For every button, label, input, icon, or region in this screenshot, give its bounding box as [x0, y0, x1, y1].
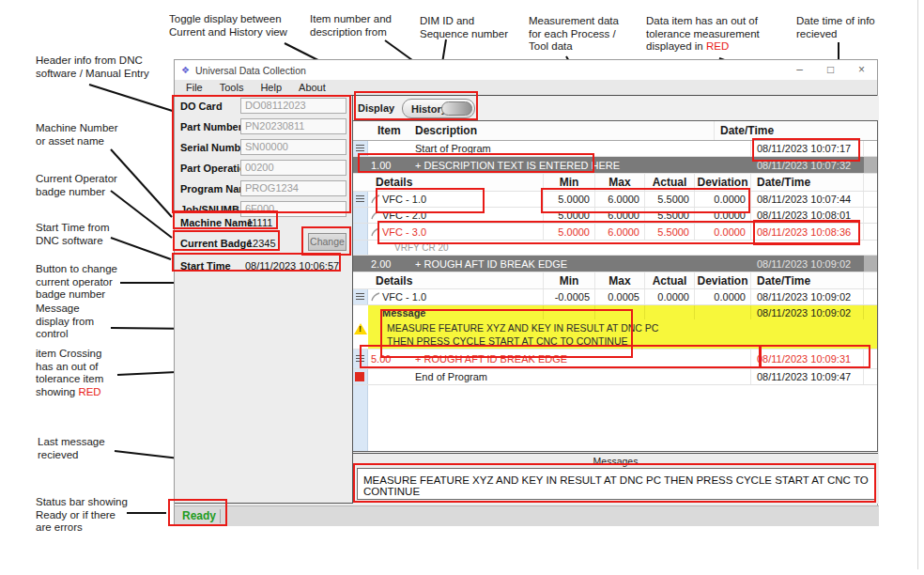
row-end-of-program[interactable]: End of Program 08/11/2023 10:09:47 [353, 369, 878, 385]
row-handle-icon[interactable] [356, 145, 364, 152]
detail-header-row: Details Min Max Actual Deviation Date/Ti… [353, 174, 878, 192]
last-message-box: MEASURE FEATURE XYZ AND KEY IN RESULT AT… [357, 468, 875, 500]
row-group-1[interactable]: 1.00 + DESCRIPTION TEXT IS ENTERED HERE … [353, 157, 878, 174]
edit-mark-icon [370, 291, 381, 303]
col-description: Description [408, 124, 714, 137]
start-time-row: Start Time 08/11/2023 10:06:57 [175, 257, 351, 276]
field-do-card: DO Card DO08112023 [175, 98, 351, 117]
field-label: DO Card [180, 101, 223, 112]
stop-square-icon [355, 372, 364, 381]
annotation-start-time: Start Time fromDNC software [36, 222, 110, 247]
col-datetime: Date/Time [714, 121, 878, 140]
row-vrfy-note: VRFY CR 20 [353, 241, 878, 256]
program-name-input[interactable]: PROG1234 [240, 180, 346, 196]
maximize-icon[interactable]: □ [815, 60, 846, 80]
detail-header-row: Details Min Max Actual Deviation Date/Ti… [353, 272, 878, 289]
status-bar: Ready [175, 505, 879, 526]
annotation-item-crossing: item Crossinghas an out oftolerance item… [36, 348, 103, 398]
do-card-input[interactable]: DO08112023 [240, 98, 346, 114]
title-bar: ❖ Universal Data Collection – □ × [175, 60, 877, 80]
annotation-message-display: Messagedisplay fromcontrol [36, 303, 94, 341]
row-handle-icon[interactable] [356, 293, 364, 301]
annotation-status-bar: Status bar showingReady or if thereare e… [36, 496, 128, 535]
menu-tools[interactable]: Tools [220, 82, 244, 93]
row-handle-icon[interactable] [356, 355, 364, 363]
machine-name-label: Machine Name [180, 217, 253, 228]
start-time-label: Start Time [180, 260, 231, 272]
part-number-input[interactable]: PN20230811 [240, 118, 346, 134]
row-message-body: MEASURE FEATURE XYZ AND KEY IN RESULT AT… [353, 319, 878, 350]
annotation-header-info: Header info from DNCsoftware / Manual En… [36, 54, 149, 80]
menu-bar: File Tools Help About [175, 80, 877, 96]
annotation-measurement-data: Measurement datafor each Process /Tool d… [529, 15, 619, 54]
current-badge-label: Current Badge [180, 238, 252, 249]
row-message-label: Message 08/11/2023 10:09:02 [353, 305, 878, 319]
start-time-value: 08/11/2023 10:06:57 [245, 260, 339, 272]
row-start-of-program[interactable]: Start of Program 08/11/2023 10:07:17 [353, 141, 878, 157]
field-part-number: Part Number PN20230811 [175, 118, 351, 137]
annotation-dim-id: DIM ID andSequence number [420, 15, 508, 40]
annotation-current-operator: Current Operatorbadge number [36, 173, 117, 198]
annotation-out-of-tolerance: Data item has an out oftolerance measure… [646, 15, 760, 54]
minimize-icon[interactable]: – [784, 60, 815, 80]
menu-help[interactable]: Help [260, 82, 282, 93]
app-window: ❖ Universal Data Collection – □ × File T… [174, 59, 878, 526]
display-bar: Display History [353, 96, 879, 120]
annotation-item-number: Item number anddescription from [310, 13, 392, 39]
row-handle-icon[interactable] [356, 195, 364, 203]
history-toggle[interactable]: History [402, 99, 475, 118]
machine-name-value: 11111 [247, 217, 272, 228]
toggle-knob-icon[interactable] [441, 101, 472, 116]
annotation-change-button: Button to changecurrent operatorbadge nu… [36, 263, 117, 302]
current-badge-value: 12345 [247, 238, 276, 249]
change-badge-button[interactable]: Change [308, 233, 346, 251]
row-group-2[interactable]: 2.00 + ROUGH AFT ID BREAK EDGE 08/11/202… [353, 256, 878, 272]
window-content: DO Card DO08112023 Part Number PN2023081… [175, 96, 877, 504]
row-vfc-3-out-of-tolerance[interactable]: VFC - 3.0 5.0000 6.0000 5.5000 0.0000 08… [353, 224, 878, 241]
app-icon: ❖ [181, 65, 190, 75]
col-item: Item [368, 124, 408, 137]
row-vfc-1[interactable]: VFC - 1.0 5.0000 6.0000 5.5000 0.0000 08… [353, 192, 878, 208]
menu-about[interactable]: About [299, 82, 326, 93]
status-separator [220, 509, 221, 523]
header-panel: DO Card DO08112023 Part Number PN2023081… [175, 96, 351, 504]
window-title: Universal Data Collection [195, 65, 306, 76]
row-vfc-2[interactable]: VFC - 2.0 5.0000 6.0000 5.5000 0.0000 08… [353, 208, 878, 224]
annotated-screenshot: Toggle display betweenCurrent and Histor… [0, 0, 924, 575]
display-label: Display [358, 102, 394, 114]
annotation-toggle-display: Toggle display betweenCurrent and Histor… [169, 13, 287, 39]
status-ready-text: Ready [182, 509, 216, 522]
row-vfc-4[interactable]: VFC - 1.0 -0.0005 0.0005 0.0000 0.0000 0… [353, 289, 878, 305]
field-label: Part Number [180, 121, 242, 132]
field-serial-number: Serial Number SN00000 [175, 139, 351, 158]
field-part-operation: Part Operation 00200 [175, 160, 351, 179]
history-table: Item Description Date/Time Start of Prog… [353, 120, 878, 452]
table-header-row: Item Description Date/Time [353, 121, 878, 141]
annotation-last-message: Last messagerecieved [38, 436, 105, 461]
machine-name-row: Machine Name 11111 [175, 214, 351, 233]
page-edge-line [917, 0, 918, 569]
data-panel: Display History Item Description Date/Ti… [352, 96, 879, 504]
close-icon[interactable]: × [846, 60, 877, 80]
field-program-name: Program Name PROG1234 [175, 180, 351, 199]
warning-icon [354, 323, 367, 334]
part-operation-input[interactable]: 00200 [240, 160, 346, 176]
serial-number-input[interactable]: SN00000 [240, 139, 346, 155]
menu-file[interactable]: File [186, 82, 203, 93]
row-group-5-out-of-tolerance[interactable]: 5.00 + ROUGH AFT ID BREAK EDGE 08/11/202… [353, 350, 878, 369]
messages-panel-title: Messages [353, 453, 878, 468]
edit-mark-icon [370, 226, 381, 238]
edit-mark-icon [370, 194, 381, 205]
edit-mark-icon [370, 210, 381, 221]
annotation-date-time: Date time of inforecieved [796, 15, 875, 40]
annotation-machine-number: Machine Numberor asset name [36, 122, 118, 148]
